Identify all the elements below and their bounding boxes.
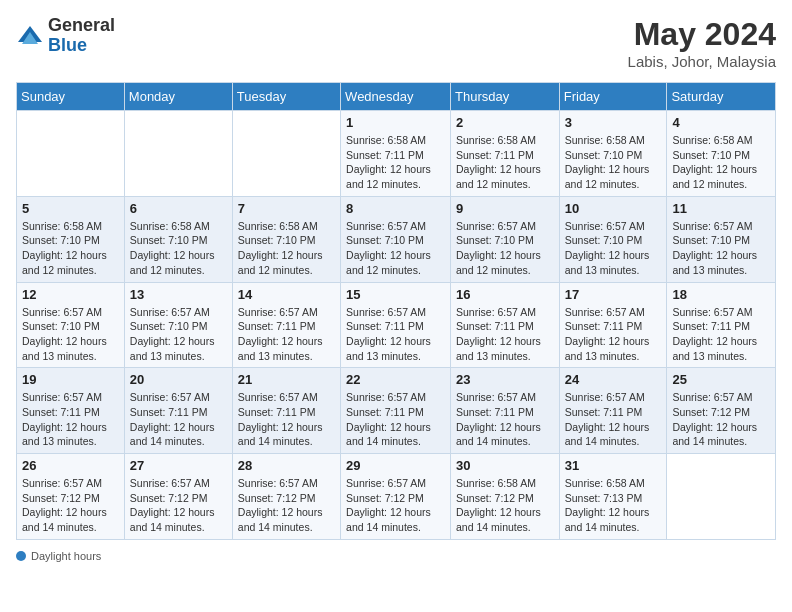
calendar-cell: 1Sunrise: 6:58 AM Sunset: 7:11 PM Daylig… (341, 111, 451, 197)
calendar-day-header: Friday (559, 83, 667, 111)
cell-info: Sunrise: 6:57 AM Sunset: 7:12 PM Dayligh… (346, 476, 445, 535)
calendar-cell: 26Sunrise: 6:57 AM Sunset: 7:12 PM Dayli… (17, 454, 125, 540)
calendar-cell: 21Sunrise: 6:57 AM Sunset: 7:11 PM Dayli… (232, 368, 340, 454)
calendar-cell (232, 111, 340, 197)
cell-info: Sunrise: 6:57 AM Sunset: 7:11 PM Dayligh… (238, 390, 335, 449)
daylight-label: Daylight hours (31, 550, 101, 562)
cell-info: Sunrise: 6:57 AM Sunset: 7:11 PM Dayligh… (238, 305, 335, 364)
day-number: 3 (565, 115, 662, 130)
calendar-week-row: 5Sunrise: 6:58 AM Sunset: 7:10 PM Daylig… (17, 196, 776, 282)
calendar-cell: 22Sunrise: 6:57 AM Sunset: 7:11 PM Dayli… (341, 368, 451, 454)
page-header: General Blue May 2024 Labis, Johor, Mala… (16, 16, 776, 70)
day-number: 14 (238, 287, 335, 302)
cell-info: Sunrise: 6:58 AM Sunset: 7:11 PM Dayligh… (456, 133, 554, 192)
cell-info: Sunrise: 6:57 AM Sunset: 7:10 PM Dayligh… (346, 219, 445, 278)
cell-info: Sunrise: 6:58 AM Sunset: 7:10 PM Dayligh… (130, 219, 227, 278)
calendar-cell: 23Sunrise: 6:57 AM Sunset: 7:11 PM Dayli… (451, 368, 560, 454)
day-number: 27 (130, 458, 227, 473)
day-number: 15 (346, 287, 445, 302)
day-number: 18 (672, 287, 770, 302)
day-number: 10 (565, 201, 662, 216)
calendar-cell: 5Sunrise: 6:58 AM Sunset: 7:10 PM Daylig… (17, 196, 125, 282)
calendar-cell: 28Sunrise: 6:57 AM Sunset: 7:12 PM Dayli… (232, 454, 340, 540)
day-number: 30 (456, 458, 554, 473)
day-number: 5 (22, 201, 119, 216)
day-number: 25 (672, 372, 770, 387)
logo-icon (16, 22, 44, 50)
calendar-cell: 24Sunrise: 6:57 AM Sunset: 7:11 PM Dayli… (559, 368, 667, 454)
cell-info: Sunrise: 6:57 AM Sunset: 7:10 PM Dayligh… (672, 219, 770, 278)
calendar-cell: 7Sunrise: 6:58 AM Sunset: 7:10 PM Daylig… (232, 196, 340, 282)
cell-info: Sunrise: 6:57 AM Sunset: 7:12 PM Dayligh… (22, 476, 119, 535)
location-subtitle: Labis, Johor, Malaysia (628, 53, 776, 70)
day-number: 22 (346, 372, 445, 387)
cell-info: Sunrise: 6:58 AM Sunset: 7:10 PM Dayligh… (565, 133, 662, 192)
calendar-day-header: Sunday (17, 83, 125, 111)
calendar-day-header: Tuesday (232, 83, 340, 111)
day-number: 20 (130, 372, 227, 387)
calendar-week-row: 26Sunrise: 6:57 AM Sunset: 7:12 PM Dayli… (17, 454, 776, 540)
cell-info: Sunrise: 6:57 AM Sunset: 7:12 PM Dayligh… (672, 390, 770, 449)
calendar-cell: 19Sunrise: 6:57 AM Sunset: 7:11 PM Dayli… (17, 368, 125, 454)
cell-info: Sunrise: 6:57 AM Sunset: 7:11 PM Dayligh… (346, 390, 445, 449)
cell-info: Sunrise: 6:57 AM Sunset: 7:12 PM Dayligh… (238, 476, 335, 535)
calendar-cell: 8Sunrise: 6:57 AM Sunset: 7:10 PM Daylig… (341, 196, 451, 282)
cell-info: Sunrise: 6:57 AM Sunset: 7:11 PM Dayligh… (565, 305, 662, 364)
day-number: 8 (346, 201, 445, 216)
calendar-cell: 10Sunrise: 6:57 AM Sunset: 7:10 PM Dayli… (559, 196, 667, 282)
day-number: 31 (565, 458, 662, 473)
calendar-cell: 20Sunrise: 6:57 AM Sunset: 7:11 PM Dayli… (124, 368, 232, 454)
calendar-cell: 29Sunrise: 6:57 AM Sunset: 7:12 PM Dayli… (341, 454, 451, 540)
calendar-cell: 3Sunrise: 6:58 AM Sunset: 7:10 PM Daylig… (559, 111, 667, 197)
calendar-cell: 30Sunrise: 6:58 AM Sunset: 7:12 PM Dayli… (451, 454, 560, 540)
calendar-cell: 31Sunrise: 6:58 AM Sunset: 7:13 PM Dayli… (559, 454, 667, 540)
logo-text: General Blue (48, 16, 115, 56)
calendar-cell: 27Sunrise: 6:57 AM Sunset: 7:12 PM Dayli… (124, 454, 232, 540)
calendar-cell: 6Sunrise: 6:58 AM Sunset: 7:10 PM Daylig… (124, 196, 232, 282)
day-number: 26 (22, 458, 119, 473)
day-number: 24 (565, 372, 662, 387)
day-number: 17 (565, 287, 662, 302)
calendar-cell: 13Sunrise: 6:57 AM Sunset: 7:10 PM Dayli… (124, 282, 232, 368)
day-number: 16 (456, 287, 554, 302)
day-number: 13 (130, 287, 227, 302)
cell-info: Sunrise: 6:58 AM Sunset: 7:10 PM Dayligh… (238, 219, 335, 278)
calendar-cell: 4Sunrise: 6:58 AM Sunset: 7:10 PM Daylig… (667, 111, 776, 197)
calendar-cell: 17Sunrise: 6:57 AM Sunset: 7:11 PM Dayli… (559, 282, 667, 368)
day-number: 29 (346, 458, 445, 473)
cell-info: Sunrise: 6:58 AM Sunset: 7:11 PM Dayligh… (346, 133, 445, 192)
calendar-cell: 16Sunrise: 6:57 AM Sunset: 7:11 PM Dayli… (451, 282, 560, 368)
logo: General Blue (16, 16, 115, 56)
calendar-cell: 18Sunrise: 6:57 AM Sunset: 7:11 PM Dayli… (667, 282, 776, 368)
cell-info: Sunrise: 6:58 AM Sunset: 7:10 PM Dayligh… (672, 133, 770, 192)
footer-daylight: Daylight hours (16, 550, 101, 562)
cell-info: Sunrise: 6:57 AM Sunset: 7:11 PM Dayligh… (456, 305, 554, 364)
day-number: 6 (130, 201, 227, 216)
cell-info: Sunrise: 6:57 AM Sunset: 7:10 PM Dayligh… (130, 305, 227, 364)
calendar-table: SundayMondayTuesdayWednesdayThursdayFrid… (16, 82, 776, 540)
day-number: 4 (672, 115, 770, 130)
daylight-dot (16, 551, 26, 561)
cell-info: Sunrise: 6:58 AM Sunset: 7:13 PM Dayligh… (565, 476, 662, 535)
calendar-day-header: Wednesday (341, 83, 451, 111)
day-number: 19 (22, 372, 119, 387)
cell-info: Sunrise: 6:58 AM Sunset: 7:12 PM Dayligh… (456, 476, 554, 535)
calendar-day-header: Thursday (451, 83, 560, 111)
calendar-footer: Daylight hours (16, 550, 776, 562)
day-number: 11 (672, 201, 770, 216)
calendar-day-header: Monday (124, 83, 232, 111)
title-block: May 2024 Labis, Johor, Malaysia (628, 16, 776, 70)
calendar-cell: 2Sunrise: 6:58 AM Sunset: 7:11 PM Daylig… (451, 111, 560, 197)
month-year-title: May 2024 (628, 16, 776, 53)
calendar-cell: 9Sunrise: 6:57 AM Sunset: 7:10 PM Daylig… (451, 196, 560, 282)
cell-info: Sunrise: 6:57 AM Sunset: 7:10 PM Dayligh… (456, 219, 554, 278)
day-number: 28 (238, 458, 335, 473)
day-number: 21 (238, 372, 335, 387)
calendar-cell: 15Sunrise: 6:57 AM Sunset: 7:11 PM Dayli… (341, 282, 451, 368)
day-number: 12 (22, 287, 119, 302)
cell-info: Sunrise: 6:57 AM Sunset: 7:11 PM Dayligh… (672, 305, 770, 364)
cell-info: Sunrise: 6:57 AM Sunset: 7:11 PM Dayligh… (22, 390, 119, 449)
calendar-cell: 12Sunrise: 6:57 AM Sunset: 7:10 PM Dayli… (17, 282, 125, 368)
cell-info: Sunrise: 6:57 AM Sunset: 7:11 PM Dayligh… (565, 390, 662, 449)
cell-info: Sunrise: 6:57 AM Sunset: 7:11 PM Dayligh… (346, 305, 445, 364)
